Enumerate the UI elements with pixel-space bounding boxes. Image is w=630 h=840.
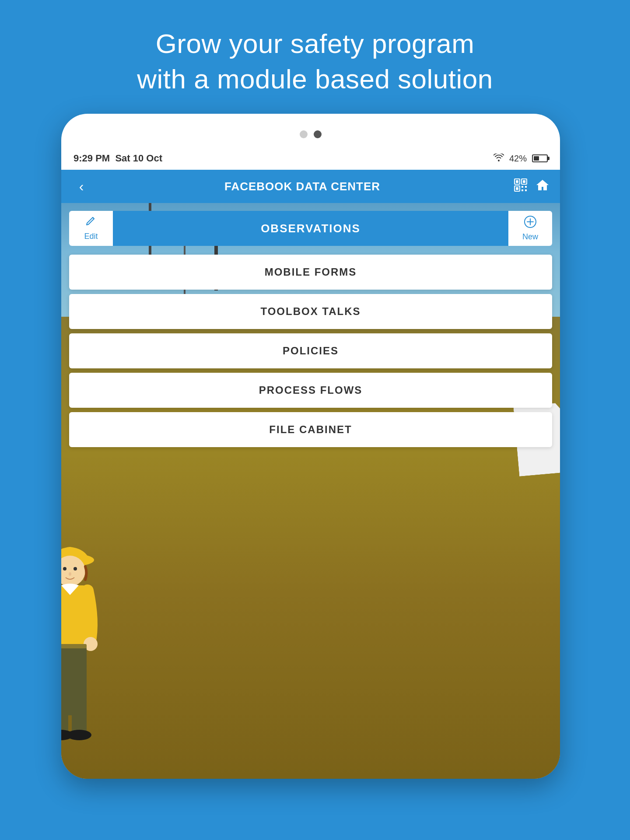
process-flows-label: PROCESS FLOWS: [259, 384, 363, 396]
svg-point-14: [74, 567, 77, 570]
add-icon: [524, 215, 537, 231]
svg-rect-3: [523, 180, 525, 183]
nav-right-icons: [514, 178, 550, 195]
svg-rect-20: [61, 696, 68, 735]
policies-label: POLICIES: [283, 345, 339, 357]
status-bar: 9:29 PM Sat 10 Oct 42%: [61, 147, 560, 170]
svg-rect-7: [525, 186, 527, 188]
observations-bar: Edit OBSERVATIONS New: [69, 211, 552, 246]
dot-1[interactable]: [300, 130, 308, 138]
home-icon[interactable]: [536, 178, 550, 195]
pagination-dots: [300, 130, 322, 138]
svg-rect-1: [516, 180, 518, 183]
battery-icon: [532, 154, 548, 162]
qr-scan-icon[interactable]: [514, 178, 528, 195]
menu-item-policies[interactable]: POLICIES: [69, 333, 552, 368]
svg-rect-6: [522, 186, 523, 188]
svg-point-23: [67, 730, 91, 740]
file-cabinet-label: FILE CABINET: [269, 424, 352, 436]
battery-percent: 42%: [509, 154, 527, 164]
nav-bar: ‹ FACEBOOK DATA CENTER: [61, 170, 560, 203]
new-button[interactable]: New: [508, 211, 552, 246]
status-right-icons: 42%: [494, 154, 548, 164]
edit-button[interactable]: Edit: [69, 211, 113, 246]
nav-title: FACEBOOK DATA CENTER: [224, 180, 380, 193]
svg-rect-8: [522, 189, 523, 191]
svg-rect-9: [525, 189, 527, 191]
observations-title: OBSERVATIONS: [261, 222, 360, 235]
svg-point-15: [69, 572, 71, 576]
svg-point-13: [63, 567, 66, 570]
svg-rect-24: [61, 644, 87, 648]
wifi-icon: [494, 154, 504, 164]
menu-item-toolbox-talks[interactable]: TOOLBOX TALKS: [69, 294, 552, 329]
header-text: Grow your safety program with a module b…: [0, 26, 630, 97]
dot-2[interactable]: [314, 130, 322, 138]
back-button[interactable]: ‹: [72, 178, 91, 195]
character-illustration: [61, 525, 140, 779]
svg-rect-21: [72, 696, 87, 735]
tablet-device: 9:29 PM Sat 10 Oct 42% ‹ FACEBOOK DATA C…: [61, 114, 560, 779]
toolbox-talks-label: TOOLBOX TALKS: [260, 305, 360, 318]
new-label: New: [522, 232, 538, 242]
mobile-forms-label: MOBILE FORMS: [265, 266, 357, 278]
content-area: Edit OBSERVATIONS New MOBILE FORMS TOOLB…: [61, 203, 560, 779]
menu-item-process-flows[interactable]: PROCESS FLOWS: [69, 373, 552, 408]
menu-item-mobile-forms[interactable]: MOBILE FORMS: [69, 255, 552, 290]
svg-rect-5: [516, 187, 518, 190]
edit-icon: [85, 216, 97, 230]
menu-items-list: MOBILE FORMS TOOLBOX TALKS POLICIES PROC…: [69, 255, 552, 447]
menu-item-file-cabinet[interactable]: FILE CABINET: [69, 412, 552, 447]
edit-label: Edit: [84, 232, 98, 241]
status-time-date: 9:29 PM Sat 10 Oct: [74, 153, 162, 164]
